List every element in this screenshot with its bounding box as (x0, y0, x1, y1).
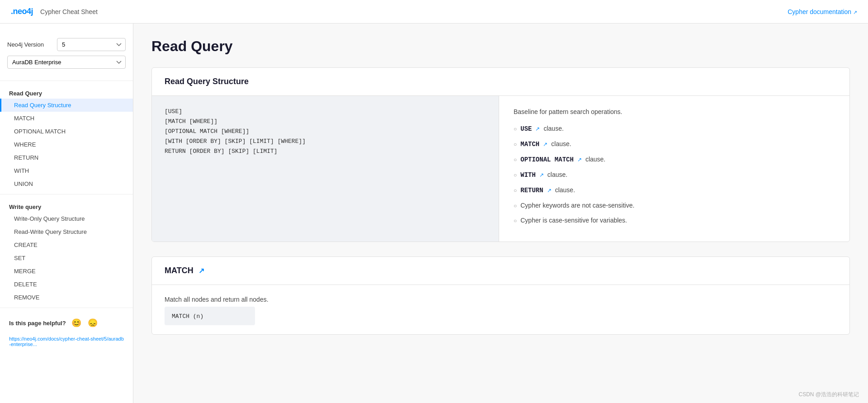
use-clause-link[interactable]: ↗ (535, 125, 540, 133)
version-select[interactable]: 5 (57, 38, 126, 51)
sidebar-item-delete[interactable]: DELETE (0, 278, 133, 291)
sidebar-item-union[interactable]: UNION (0, 177, 133, 190)
match-code-preview: MATCH (n) (172, 313, 203, 320)
version-controls: Neo4j Version 5 AuraDB Enterprise (0, 33, 133, 81)
section-header-read-query-structure: Read Query Structure (152, 68, 849, 96)
cypher-docs-link[interactable]: Cypher documentation ↗ (788, 8, 857, 15)
helpful-label: Is this page helpful? (9, 320, 66, 327)
list-item-case-sensitive: Cypher is case-sensitive for variables. (514, 216, 835, 225)
sidebar-item-optional-match[interactable]: OPTIONAL MATCH (0, 125, 133, 138)
top-navigation: .neo4j Cypher Cheat Sheet Cypher documen… (0, 0, 868, 24)
edition-select[interactable]: AuraDB Enterprise (7, 56, 126, 69)
section-title: Read Query Structure (165, 77, 249, 86)
helpful-section: Is this page helpful? 😊 😞 (0, 312, 133, 334)
docs-link-container: Cypher documentation ↗ (788, 8, 857, 15)
list-item-optional-match: OPTIONAL MATCH ↗ clause. (514, 155, 835, 165)
nav-title: Cypher Cheat Sheet (40, 8, 98, 15)
sidebar-item-where[interactable]: WHERE (0, 138, 133, 151)
version-row: Neo4j Version 5 (7, 38, 126, 51)
match-section-header: MATCH ↗ (152, 257, 849, 285)
sidebar-item-set[interactable]: SET (0, 251, 133, 265)
main-content: Read Query Read Query Structure [USE] [M… (133, 24, 868, 403)
external-link-icon: ↗ (853, 9, 857, 15)
keyword-use: USE (520, 124, 532, 134)
sidebar-item-read-query-structure[interactable]: Read Query Structure (0, 99, 133, 112)
with-text: clause. (547, 170, 567, 180)
match-section-card: MATCH ↗ Match all nodes and return all n… (151, 256, 850, 335)
read-query-structure-card: Read Query Structure [USE] [MATCH [WHERE… (151, 67, 850, 242)
keyword-match: MATCH (520, 140, 539, 149)
thumbs-down-button[interactable]: 😞 (87, 317, 99, 329)
info-intro: Baseline for pattern search operations. (514, 107, 835, 117)
sidebar-item-with[interactable]: WITH (0, 164, 133, 177)
code-block: [USE] [MATCH [WHERE]] [OPTIONAL MATCH [W… (165, 107, 486, 156)
section-body: [USE] [MATCH [WHERE]] [OPTIONAL MATCH [W… (152, 96, 849, 242)
edition-row: AuraDB Enterprise (7, 56, 126, 69)
version-label: Neo4j Version (7, 41, 57, 48)
sidebar-divider-2 (0, 308, 133, 308)
return-text: clause. (555, 185, 575, 195)
watermark: CSDN @浩浩的科研笔记 (798, 391, 859, 398)
info-panel: Baseline for pattern search operations. … (499, 96, 849, 242)
list-item-with: WITH ↗ clause. (514, 170, 835, 180)
keyword-with: WITH (520, 171, 536, 180)
list-item-use: USE ↗ clause. (514, 124, 835, 134)
match-title: MATCH (165, 266, 193, 275)
match-section-body: Match all nodes and return all nodes. MA… (152, 285, 849, 334)
with-clause-link[interactable]: ↗ (539, 171, 544, 179)
code-panel: [USE] [MATCH [WHERE]] [OPTIONAL MATCH [W… (152, 96, 499, 242)
match-clause-link[interactable]: ↗ (543, 140, 547, 148)
match-arrow-icon: ↗ (198, 267, 204, 275)
sidebar-item-match[interactable]: MATCH (0, 112, 133, 125)
logo-text: .neo4j (11, 7, 33, 16)
match-section-link[interactable]: MATCH ↗ (165, 266, 204, 275)
page-title: Read Query (151, 38, 850, 55)
optional-match-text: clause. (585, 155, 605, 164)
list-item-match: MATCH ↗ clause. (514, 139, 835, 149)
thumbs-up-button[interactable]: 😊 (71, 317, 82, 329)
case-insensitive-text: Cypher keywords are not case-sensitive. (520, 201, 634, 210)
sidebar-item-create[interactable]: CREATE (0, 238, 133, 251)
sidebar: Neo4j Version 5 AuraDB Enterprise Read Q… (0, 24, 133, 403)
return-clause-link[interactable]: ↗ (547, 186, 552, 194)
sidebar-item-read-write[interactable]: Read-Write Query Structure (0, 225, 133, 238)
sidebar-item-write-only[interactable]: Write-Only Query Structure (0, 212, 133, 225)
sidebar-item-remove[interactable]: REMOVE (0, 291, 133, 304)
url-hint: https://neo4j.com/docs/cypher-cheat-shee… (0, 334, 133, 352)
sidebar-item-merge[interactable]: MERGE (0, 265, 133, 278)
logo[interactable]: .neo4j (11, 7, 33, 16)
sidebar-divider (0, 194, 133, 194)
list-item-case-insensitive: Cypher keywords are not case-sensitive. (514, 201, 835, 210)
use-text: clause. (543, 124, 563, 133)
list-item-return: RETURN ↗ clause. (514, 185, 835, 195)
match-text: clause. (551, 139, 571, 149)
keyword-optional-match: OPTIONAL MATCH (520, 155, 574, 165)
keyword-return: RETURN (520, 186, 543, 195)
case-sensitive-text: Cypher is case-sensitive for variables. (520, 216, 627, 225)
info-list: USE ↗ clause. MATCH ↗ clause. OPTIONAL M… (514, 124, 835, 225)
read-query-group-label: Read Query (0, 85, 133, 99)
sidebar-item-return[interactable]: RETURN (0, 151, 133, 164)
write-query-group-label: Write query (0, 198, 133, 212)
optional-match-clause-link[interactable]: ↗ (577, 156, 582, 164)
match-description: Match all nodes and return all nodes. (165, 289, 837, 307)
